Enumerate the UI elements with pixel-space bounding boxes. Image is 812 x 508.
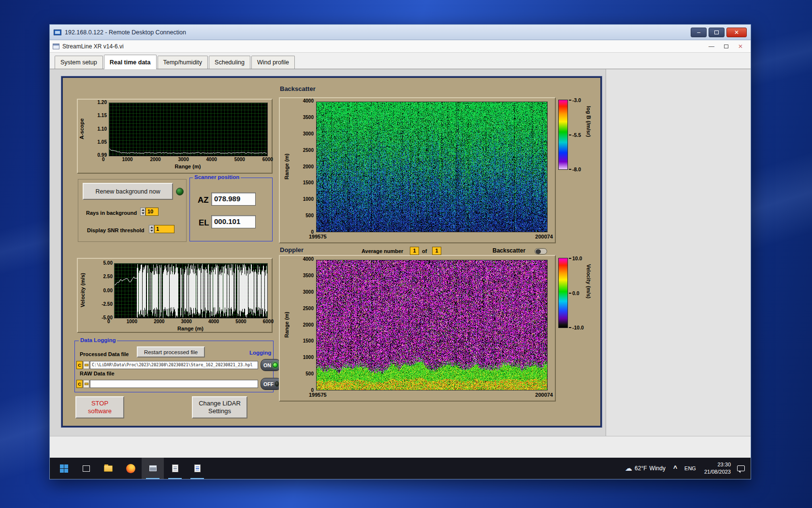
document-icon bbox=[172, 464, 178, 472]
rdp-minimize-button[interactable]: – bbox=[691, 28, 707, 37]
doppler-y-ticks: 40003500300025002000150010005000 bbox=[294, 256, 314, 393]
colorbar-tick: -5.5 bbox=[569, 132, 581, 138]
processed-browse-icon[interactable] bbox=[83, 361, 89, 369]
rays-in-background-stepper[interactable]: 10 bbox=[140, 208, 159, 216]
tab-system-setup[interactable]: System setup bbox=[55, 56, 103, 69]
background-controls-group: Renew background now Rays in background … bbox=[78, 179, 187, 242]
decrement-icon bbox=[150, 230, 153, 232]
clock-time: 23:30 bbox=[704, 461, 731, 468]
average-total-field[interactable]: 1 bbox=[432, 247, 441, 255]
velocity-graph-frame: Velocity (m/s) 5.002.500.00-2.50-5.00 01… bbox=[77, 258, 273, 333]
tick-label: -8.0 bbox=[572, 166, 581, 172]
average-number-field[interactable]: 1 bbox=[410, 247, 419, 255]
file-explorer-button[interactable] bbox=[97, 458, 119, 479]
az-value-field[interactable]: 078.989 bbox=[211, 193, 256, 206]
ascope-y-ticks: 1.201.151.101.050.99 bbox=[87, 100, 107, 158]
rays-spinner-arrows[interactable] bbox=[140, 208, 145, 216]
tick-label: 1000 bbox=[303, 196, 314, 202]
data-logging-title: Data Logging bbox=[79, 337, 117, 343]
app-titlebar[interactable]: StreamLine XR v14-6.vi — ✕ bbox=[50, 40, 751, 53]
increment-icon bbox=[150, 226, 153, 228]
backscatter-toggle-switch[interactable] bbox=[535, 248, 547, 254]
rdp-close-button[interactable]: ✕ bbox=[726, 28, 747, 37]
colorbar-tick: -8.0 bbox=[569, 166, 581, 172]
tick-label: 3500 bbox=[303, 273, 314, 278]
tick-label: 0.00 bbox=[103, 288, 113, 293]
processed-path-field[interactable]: C:\LiDAR\Data\Proc\2023\202308\20230821\… bbox=[90, 361, 258, 369]
rdp-titlebar[interactable]: 192.168.0.122 - Remote Desktop Connectio… bbox=[50, 25, 751, 40]
stop-software-button[interactable]: STOP software bbox=[75, 396, 124, 418]
scan-schedule-taskbar-button[interactable] bbox=[164, 458, 186, 479]
backscatter-colorbar bbox=[558, 100, 568, 170]
raw-browse-icon[interactable] bbox=[83, 380, 89, 388]
tab-temp-humidity[interactable]: Temp/humidity bbox=[158, 56, 208, 69]
tick-label: -5.5 bbox=[572, 132, 581, 138]
backscatter-y-ticks: 40003500300025002000150010005000 bbox=[294, 98, 314, 235]
el-value-field[interactable]: 000.101 bbox=[211, 215, 256, 228]
weather-cloud-icon: ☁ bbox=[625, 464, 632, 473]
app-restore-button[interactable] bbox=[719, 42, 733, 51]
snr-threshold-stepper[interactable]: 1 bbox=[149, 225, 174, 233]
rays-value-field[interactable]: 10 bbox=[145, 208, 159, 216]
task-view-button[interactable] bbox=[75, 458, 97, 479]
velocity-x-ticks: 0100020003000400050006000 bbox=[107, 319, 274, 324]
processed-logging-on-button[interactable]: ON bbox=[261, 359, 281, 371]
tick-label: 5000 bbox=[235, 319, 246, 324]
tray-overflow-chevron[interactable]: ^ bbox=[670, 464, 681, 472]
scanner-position-title: Scanner position bbox=[193, 174, 241, 180]
data-logging-group: Data Logging Processed Data file Restart… bbox=[74, 341, 274, 392]
tick-label: 3500 bbox=[303, 115, 314, 120]
start-button[interactable] bbox=[53, 458, 75, 479]
tick-label: 6000 bbox=[263, 319, 274, 324]
scanner-position-group: Scanner position AZ 078.989 EL 000.101 bbox=[189, 178, 273, 241]
document-taskbar-button[interactable] bbox=[186, 458, 208, 479]
decrement-icon bbox=[142, 212, 145, 214]
tick-label: -2.50 bbox=[102, 301, 113, 307]
colorbar-tick: -3.0 bbox=[569, 97, 581, 103]
raw-drive-selector[interactable]: C bbox=[76, 380, 83, 388]
maximize-icon bbox=[714, 30, 719, 34]
change-lidar-settings-button[interactable]: Change LiDAR Settings bbox=[192, 396, 247, 418]
tick-label: 1000 bbox=[122, 157, 132, 162]
streamline-app-window: StreamLine XR v14-6.vi — ✕ System setup … bbox=[50, 40, 751, 436]
taskbar-clock[interactable]: 23:30 21/08/2023 bbox=[700, 461, 735, 476]
rdp-maximize-button[interactable] bbox=[709, 28, 725, 37]
tick-label: 5000 bbox=[234, 157, 245, 162]
language-indicator[interactable]: ENG bbox=[681, 465, 700, 471]
snr-value-field[interactable]: 1 bbox=[154, 225, 174, 233]
app-minimize-button[interactable]: — bbox=[704, 42, 719, 51]
tick-label: 1.15 bbox=[98, 113, 107, 118]
colorbar-tick: 0.0 bbox=[569, 290, 584, 296]
tick-label: 10.0 bbox=[572, 255, 582, 261]
increment-icon bbox=[142, 209, 145, 211]
toggle-knob-icon bbox=[536, 249, 541, 254]
tick-label: -3.0 bbox=[572, 97, 581, 103]
processed-drive-selector[interactable]: C bbox=[76, 361, 83, 369]
app-close-button[interactable]: ✕ bbox=[733, 42, 748, 51]
tab-wind-profile[interactable]: Wind profile bbox=[251, 56, 295, 69]
weather-description: Windy bbox=[650, 465, 666, 472]
doppler-x-range: 199575 200074 bbox=[309, 392, 553, 398]
doppler-heatmap-plot bbox=[316, 260, 548, 390]
backscatter-graph-frame: Range (m) 400035003000250020001500100050… bbox=[279, 97, 556, 243]
front-panel-margin bbox=[606, 69, 751, 436]
folder-icon bbox=[104, 465, 113, 472]
restart-processed-file-button[interactable]: Restart processed file bbox=[137, 346, 205, 358]
clock-date: 21/08/2023 bbox=[704, 468, 731, 476]
tick-label: 1000 bbox=[303, 355, 314, 360]
firefox-button[interactable] bbox=[119, 458, 142, 479]
snr-spinner-arrows[interactable] bbox=[149, 225, 154, 233]
tick-label: 2500 bbox=[303, 306, 314, 311]
streamline-taskbar-button[interactable] bbox=[142, 458, 164, 479]
change-line1: Change LiDAR bbox=[199, 400, 241, 407]
of-label: of bbox=[422, 248, 427, 254]
tab-real-time-data[interactable]: Real time data bbox=[104, 55, 157, 69]
raw-path-field[interactable] bbox=[90, 380, 258, 388]
action-center-icon[interactable] bbox=[737, 465, 745, 471]
stop-line1: STOP bbox=[91, 400, 108, 407]
tab-scheduling[interactable]: Scheduling bbox=[209, 56, 250, 69]
renew-background-button[interactable]: Renew background now bbox=[83, 183, 173, 200]
stop-line2: software bbox=[88, 407, 112, 415]
weather-widget[interactable]: ☁ 62°F Windy bbox=[621, 458, 670, 479]
backscatter-colorbar-ticks: -3.0 -5.5 -8.0 bbox=[569, 97, 581, 172]
